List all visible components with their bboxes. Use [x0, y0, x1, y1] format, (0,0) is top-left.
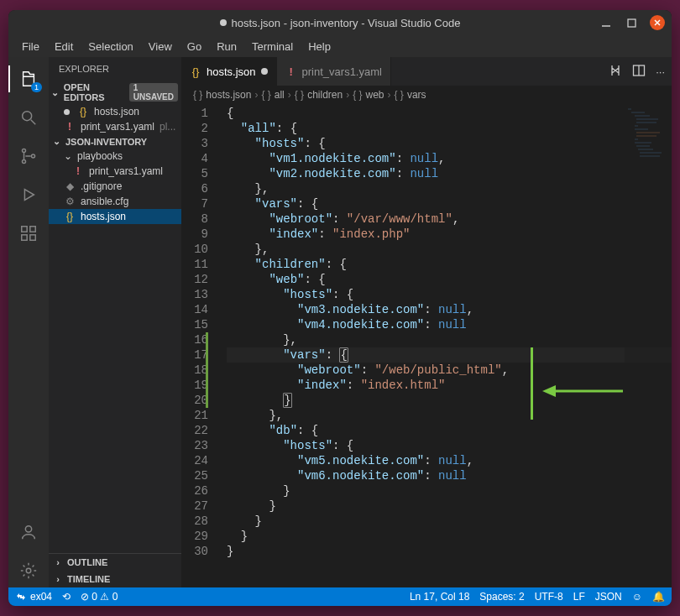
- remote-indicator[interactable]: ex04: [15, 591, 52, 603]
- code-line[interactable]: "db": {: [227, 423, 672, 438]
- code-line[interactable]: "webroot": "/var/www/html",: [227, 211, 672, 227]
- gutter-modified-icon: [206, 347, 208, 363]
- folder-item[interactable]: ⌄playbooks: [49, 149, 181, 164]
- dirty-dot-icon: [261, 68, 268, 75]
- accounts-icon[interactable]: [8, 515, 49, 549]
- editor-tab[interactable]: !print_vars1.yaml: [277, 57, 391, 86]
- file-name: hosts.json: [94, 106, 139, 117]
- code-editor[interactable]: 1234567891011121314151617181920212223242…: [181, 104, 672, 587]
- code-line[interactable]: }: [227, 514, 672, 529]
- file-item[interactable]: {}hosts.json: [49, 209, 181, 224]
- menu-edit[interactable]: Edit: [48, 39, 80, 55]
- code-line[interactable]: }: [227, 544, 672, 559]
- code-line[interactable]: "vars": {: [227, 347, 672, 363]
- code-line[interactable]: },: [227, 181, 672, 196]
- split-editor-icon[interactable]: [632, 64, 646, 80]
- line-number: 3: [181, 136, 208, 151]
- outline-section[interactable]: › OUTLINE: [49, 554, 181, 571]
- remote-label: ex04: [30, 591, 52, 603]
- menu-file[interactable]: File: [15, 39, 46, 55]
- open-editor-item[interactable]: !print_vars1.yaml pl...: [49, 119, 181, 134]
- problems-indicator[interactable]: ⊘ 0 ⚠ 0: [81, 591, 118, 603]
- tab-label: print_vars1.yaml: [302, 65, 382, 78]
- breadcrumb-segment[interactable]: { }web: [353, 89, 384, 101]
- code-line[interactable]: },: [227, 332, 672, 347]
- indentation[interactable]: Spaces: 2: [479, 591, 524, 603]
- svg-point-8: [31, 154, 34, 158]
- notifications-bell-icon[interactable]: 🔔: [652, 591, 665, 603]
- code-line[interactable]: "index": "index.html": [227, 378, 672, 393]
- code-line[interactable]: }: [227, 529, 672, 544]
- code-line[interactable]: },: [227, 242, 672, 257]
- file-item[interactable]: ◆.gitignore: [49, 179, 181, 194]
- line-number: 17: [181, 347, 208, 363]
- menu-help[interactable]: Help: [301, 39, 337, 55]
- code-line[interactable]: }: [227, 393, 672, 408]
- code-line[interactable]: "hosts": {: [227, 136, 672, 151]
- code-line[interactable]: {: [227, 106, 672, 121]
- code-content[interactable]: { "all": { "hosts": { "vm1.nodekite.com"…: [220, 104, 672, 587]
- breadcrumb-segment[interactable]: { }vars: [395, 89, 426, 101]
- code-line[interactable]: }: [227, 483, 672, 499]
- code-line[interactable]: "vm3.nodekite.com": null,: [227, 302, 672, 317]
- file-item[interactable]: ⚙ansible.cfg: [49, 194, 181, 209]
- code-line[interactable]: "index": "index.php": [227, 227, 672, 242]
- minimize-button[interactable]: [599, 16, 613, 29]
- code-line[interactable]: "children": {: [227, 257, 672, 272]
- code-line[interactable]: "vm2.nodekite.com": null: [227, 166, 672, 181]
- code-line[interactable]: }: [227, 499, 672, 514]
- timeline-section[interactable]: › TIMELINE: [49, 571, 181, 587]
- breadcrumb-segment[interactable]: { }all: [261, 89, 284, 101]
- cursor-position[interactable]: Ln 17, Col 18: [410, 591, 469, 603]
- open-editors-header[interactable]: ⌄ OPEN EDITORS 1 UNSAVED: [49, 81, 181, 104]
- open-editor-item[interactable]: {}hosts.json: [49, 104, 181, 119]
- code-line[interactable]: "webroot": "/web/public_html",: [227, 363, 672, 378]
- file-type-icon: ⚙: [64, 196, 76, 207]
- menu-view[interactable]: View: [142, 39, 179, 55]
- search-icon[interactable]: [8, 101, 49, 134]
- feedback-icon[interactable]: ☺: [632, 591, 642, 603]
- code-line[interactable]: "vars": {: [227, 196, 672, 211]
- explorer-icon[interactable]: 1: [8, 62, 49, 96]
- code-line[interactable]: "web": {: [227, 272, 672, 287]
- maximize-button[interactable]: [625, 16, 638, 29]
- extensions-icon[interactable]: [8, 217, 49, 250]
- settings-gear-icon[interactable]: [8, 554, 49, 587]
- file-item[interactable]: !print_vars1.yaml: [49, 164, 181, 179]
- code-line[interactable]: "hosts": {: [227, 287, 672, 302]
- menu-run[interactable]: Run: [210, 39, 243, 55]
- code-line[interactable]: "vm6.nodekite.com": null: [227, 468, 672, 483]
- breadcrumb-segment[interactable]: { }hosts.json: [193, 89, 251, 101]
- language-mode[interactable]: JSON: [595, 591, 622, 603]
- editor-tab[interactable]: {}hosts.json: [181, 57, 277, 86]
- line-number: 28: [181, 514, 208, 529]
- more-actions-icon[interactable]: ···: [656, 65, 665, 78]
- menu-terminal[interactable]: Terminal: [245, 39, 300, 55]
- line-number: 16: [181, 332, 208, 347]
- workspace-header[interactable]: ⌄ JSON-INVENTORY: [49, 134, 181, 149]
- code-line[interactable]: "vm4.nodekite.com": null: [227, 317, 672, 332]
- line-number: 24: [181, 453, 208, 468]
- debug-icon[interactable]: [8, 178, 49, 211]
- source-control-icon[interactable]: [8, 139, 49, 173]
- code-line[interactable]: },: [227, 408, 672, 423]
- encoding[interactable]: UTF-8: [535, 591, 563, 603]
- code-line[interactable]: "vm5.nodekite.com": null,: [227, 453, 672, 468]
- breadcrumb-label: children: [307, 89, 343, 101]
- code-line[interactable]: "all": {: [227, 121, 672, 136]
- close-button[interactable]: [650, 15, 665, 30]
- compare-changes-icon[interactable]: [609, 64, 622, 80]
- file-name: print_vars1.yaml: [81, 121, 154, 133]
- menu-selection[interactable]: Selection: [81, 39, 139, 55]
- line-number: 9: [181, 227, 208, 242]
- code-line[interactable]: "vm1.nodekite.com": null,: [227, 151, 672, 166]
- breadcrumb-segment[interactable]: { }children: [295, 89, 343, 101]
- breadcrumb[interactable]: { }hosts.json›{ }all›{ }children›{ }web›…: [181, 86, 672, 104]
- code-line[interactable]: "hosts": {: [227, 438, 672, 453]
- line-number: 6: [181, 181, 208, 196]
- breadcrumb-label: vars: [407, 89, 426, 101]
- file-name: hosts.json: [81, 211, 126, 222]
- menu-go[interactable]: Go: [180, 39, 208, 55]
- eol[interactable]: LF: [573, 591, 585, 603]
- sync-button[interactable]: ⟲: [62, 591, 71, 603]
